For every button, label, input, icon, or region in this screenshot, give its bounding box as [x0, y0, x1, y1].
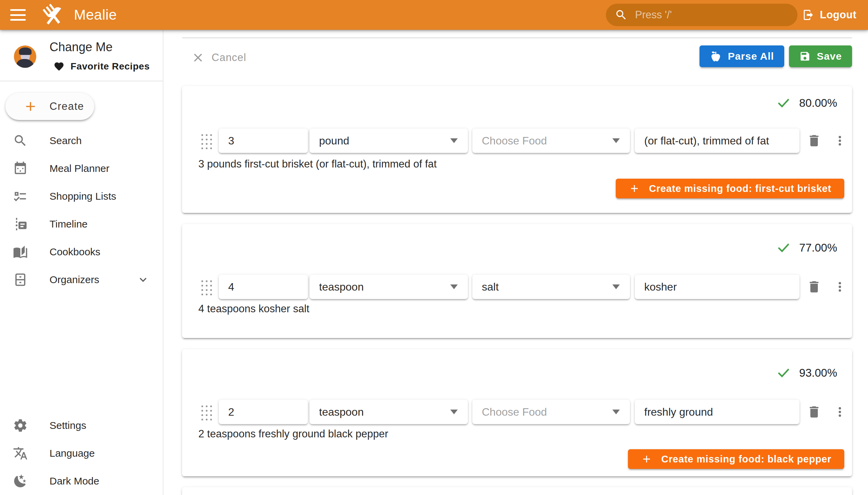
create-button[interactable]: Create — [5, 93, 94, 120]
moon-stars-icon — [13, 474, 28, 489]
favorite-recipes-label: Favorite Recipes — [70, 61, 150, 72]
note-input[interactable] — [635, 275, 800, 299]
ingredient-card — [182, 487, 852, 495]
quantity-input[interactable] — [219, 129, 308, 153]
unit-select[interactable]: teaspoon — [310, 275, 468, 299]
more-options-button[interactable] — [830, 277, 849, 296]
mealie-logo-icon — [41, 3, 65, 27]
sidebar-footer: Settings Language Dark Mode — [0, 412, 163, 495]
user-name: Change Me — [50, 40, 113, 54]
save-button[interactable]: Save — [789, 46, 852, 67]
sidebar-item-language[interactable]: Language — [0, 439, 163, 467]
checklist-icon — [13, 189, 28, 204]
food-select[interactable]: Choose Food — [472, 400, 630, 424]
ingredient-row: teaspoon Choose Food — [182, 400, 852, 424]
ingredient-card: 80.00% pound Choose Food 3 pounds first-… — [182, 86, 852, 213]
create-button-label: Create — [50, 100, 84, 113]
more-options-button[interactable] — [830, 403, 849, 422]
sidebar-item-settings[interactable]: Settings — [0, 412, 163, 439]
drag-handle-icon[interactable] — [200, 132, 212, 149]
cancel-button[interactable]: Cancel — [189, 47, 249, 68]
confidence-value: 77.00% — [799, 241, 837, 254]
ingredient-card: 77.00% teaspoon salt 4 teaspoons kosher … — [182, 224, 852, 338]
sidebar: Change Me Favorite Recipes Create Search… — [0, 30, 164, 495]
food-select[interactable]: salt — [472, 275, 630, 299]
note-input[interactable] — [635, 400, 800, 424]
chevron-down-icon — [136, 273, 150, 287]
sidebar-item-cookbooks[interactable]: Cookbooks — [0, 238, 163, 266]
calendar-icon — [13, 161, 28, 176]
food-select[interactable]: Choose Food — [472, 129, 630, 153]
translate-icon — [13, 446, 28, 461]
parse-confidence: 80.00% — [776, 96, 837, 110]
create-missing-food-button[interactable]: Create missing food: first-cut brisket — [616, 179, 844, 198]
sidebar-item-organizers[interactable]: Organizers — [0, 266, 163, 294]
plus-icon — [629, 183, 640, 194]
note-input[interactable] — [635, 129, 800, 153]
quantity-input[interactable] — [219, 275, 308, 299]
confidence-value: 80.00% — [799, 97, 837, 109]
unit-select[interactable]: teaspoon — [310, 400, 468, 424]
kebab-menu-icon — [833, 134, 847, 148]
ingredient-row: pound Choose Food — [182, 129, 852, 153]
parse-confidence: 93.00% — [776, 365, 837, 380]
search-input[interactable]: Press '/' — [606, 4, 798, 26]
heart-icon — [54, 61, 64, 72]
sidebar-item-search[interactable]: Search — [0, 127, 163, 155]
kebab-menu-icon — [833, 405, 847, 419]
original-ingredient-text: 4 teaspoons kosher salt — [198, 303, 309, 315]
gear-icon — [13, 418, 28, 433]
organizers-icon — [13, 272, 28, 287]
plus-icon — [23, 99, 38, 114]
app-bar: Mealie Press '/' Logout — [0, 0, 868, 30]
dropdown-arrow-icon — [612, 410, 620, 414]
parse-confidence: 77.00% — [776, 240, 837, 255]
sidebar-item-shopping-lists[interactable]: Shopping Lists — [0, 183, 163, 210]
avatar — [14, 46, 36, 68]
user-block[interactable]: Change Me Favorite Recipes — [0, 30, 163, 81]
trash-icon — [806, 279, 821, 294]
dropdown-arrow-icon — [450, 285, 458, 289]
trash-icon — [806, 133, 821, 148]
favorite-recipes-link[interactable]: Favorite Recipes — [54, 61, 150, 72]
check-icon — [776, 365, 791, 380]
divider — [0, 81, 163, 81]
drag-handle-icon[interactable] — [200, 278, 212, 295]
main-content: Cancel Parse All Save 80.00% pound Choos… — [164, 30, 868, 495]
close-icon — [192, 52, 204, 64]
create-missing-food-button[interactable]: Create missing food: black pepper — [628, 449, 844, 469]
sidebar-item-meal-planner[interactable]: Meal Planner — [0, 155, 163, 183]
app-title: Mealie — [74, 7, 117, 23]
ingredient-card: 93.00% teaspoon Choose Food 2 teaspoons … — [182, 349, 852, 476]
original-ingredient-text: 3 pounds first-cut brisket (or flat-cut)… — [198, 158, 437, 170]
unit-select[interactable]: pound — [310, 129, 468, 153]
search-icon — [615, 8, 628, 21]
parse-all-button[interactable]: Parse All — [699, 46, 784, 67]
logout-label: Logout — [820, 9, 856, 21]
search-placeholder: Press '/' — [635, 9, 672, 21]
divider — [182, 37, 852, 38]
logout-icon — [802, 9, 814, 21]
dropdown-arrow-icon — [612, 138, 620, 143]
sidebar-item-dark-mode[interactable]: Dark Mode — [0, 467, 163, 495]
quantity-input[interactable] — [219, 400, 308, 424]
check-icon — [776, 240, 791, 255]
book-open-icon — [13, 244, 28, 259]
toolbar-actions: Parse All Save — [699, 46, 852, 67]
delete-button[interactable] — [805, 403, 823, 422]
apple-icon — [710, 50, 722, 62]
sidebar-item-timeline[interactable]: Timeline — [0, 210, 163, 238]
confidence-value: 93.00% — [799, 366, 837, 379]
save-icon — [799, 51, 811, 62]
dropdown-arrow-icon — [450, 138, 458, 143]
drag-handle-icon[interactable] — [200, 404, 212, 421]
original-ingredient-text: 2 teaspoons freshly ground black pepper — [198, 428, 388, 440]
logout-button[interactable]: Logout — [800, 0, 858, 30]
more-options-button[interactable] — [830, 131, 849, 150]
search-icon — [13, 133, 28, 148]
check-icon — [776, 96, 791, 110]
delete-button[interactable] — [805, 277, 823, 296]
kebab-menu-icon — [833, 280, 847, 294]
delete-button[interactable] — [805, 131, 823, 150]
menu-icon[interactable] — [10, 9, 26, 21]
